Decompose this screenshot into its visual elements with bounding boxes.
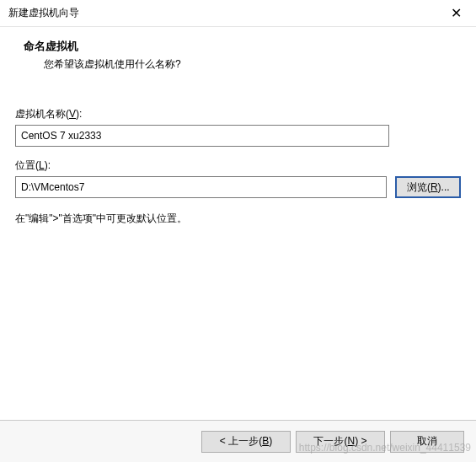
page-subtitle: 您希望该虚拟机使用什么名称? bbox=[17, 57, 459, 72]
next-button[interactable]: 下一步(N) > bbox=[296, 431, 385, 453]
close-icon[interactable]: ✕ bbox=[442, 5, 469, 21]
bottom-bar: < 上一步(B) 下一步(N) > 取消 bbox=[0, 420, 476, 462]
location-label: 位置(L): bbox=[15, 158, 461, 173]
window-title: 新建虚拟机向导 bbox=[8, 6, 79, 20]
content-area: 虚拟机名称(V): 位置(L): 浏览(R)... 在"编辑">"首选项"中可更… bbox=[0, 87, 476, 226]
titlebar: 新建虚拟机向导 ✕ bbox=[0, 0, 476, 27]
browse-button[interactable]: 浏览(R)... bbox=[395, 176, 461, 198]
hint-text: 在"编辑">"首选项"中可更改默认位置。 bbox=[15, 212, 461, 226]
location-input[interactable] bbox=[15, 176, 387, 198]
page-title: 命名虚拟机 bbox=[17, 39, 459, 54]
cancel-button[interactable]: 取消 bbox=[390, 431, 464, 453]
wizard-header: 命名虚拟机 您希望该虚拟机使用什么名称? bbox=[0, 27, 476, 87]
vm-name-label: 虚拟机名称(V): bbox=[15, 107, 461, 121]
vm-name-input[interactable] bbox=[15, 125, 389, 147]
back-button[interactable]: < 上一步(B) bbox=[201, 431, 291, 453]
